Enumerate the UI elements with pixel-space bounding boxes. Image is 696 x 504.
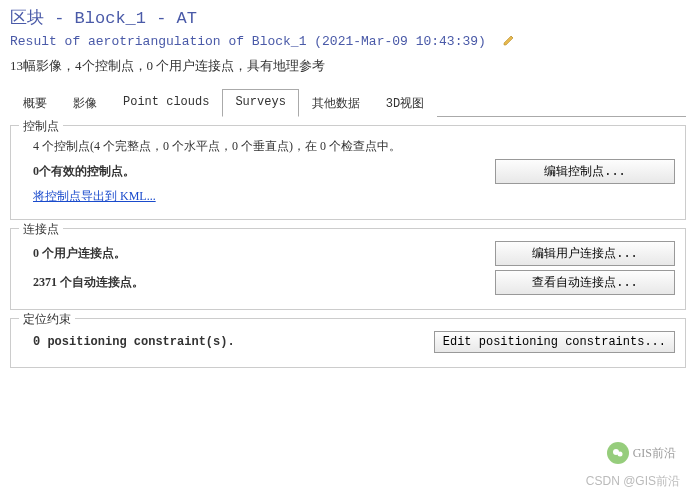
page-subtitle-row: Result of aerotriangulation of Block_1 (… <box>10 33 686 51</box>
control-points-desc: 4 个控制点(4 个完整点，0 个水平点，0 个垂直点)，在 0 个检查点中。 <box>21 138 401 155</box>
group-title-constraints: 定位约束 <box>19 311 75 328</box>
block-summary: 13幅影像，4个控制点，0 个用户连接点，具有地理参考 <box>10 57 686 75</box>
tab-other-data[interactable]: 其他数据 <box>299 89 373 117</box>
group-title-tie-points: 连接点 <box>19 221 63 238</box>
tab-overview[interactable]: 概要 <box>10 89 60 117</box>
tab-3d-view[interactable]: 3D视图 <box>373 89 437 117</box>
user-tie-points: 0 个用户连接点。 <box>21 245 126 262</box>
tab-surveys[interactable]: Surveys <box>222 89 298 117</box>
tabs-bar: 概要 影像 Point clouds Surveys 其他数据 3D视图 <box>10 89 686 117</box>
tab-images[interactable]: 影像 <box>60 89 110 117</box>
group-title-control-points: 控制点 <box>19 118 63 135</box>
constraints-count: 0 positioning constraint(s). <box>21 335 235 349</box>
page-subtitle: Result of aerotriangulation of Block_1 (… <box>10 34 486 49</box>
tab-point-clouds[interactable]: Point clouds <box>110 89 222 117</box>
control-points-valid: 0个有效的控制点。 <box>21 163 135 180</box>
group-tie-points: 连接点 0 个用户连接点。 编辑用户连接点... 2371 个自动连接点。 查看… <box>10 228 686 310</box>
edit-control-points-button[interactable]: 编辑控制点... <box>495 159 675 184</box>
group-constraints: 定位约束 0 positioning constraint(s). Edit p… <box>10 318 686 368</box>
pencil-icon[interactable] <box>502 33 516 51</box>
edit-constraints-button[interactable]: Edit positioning constraints... <box>434 331 675 353</box>
auto-tie-points: 2371 个自动连接点。 <box>21 274 144 291</box>
export-kml-link[interactable]: 将控制点导出到 KML... <box>21 188 156 205</box>
view-auto-tie-points-button[interactable]: 查看自动连接点... <box>495 270 675 295</box>
edit-user-tie-points-button[interactable]: 编辑用户连接点... <box>495 241 675 266</box>
group-control-points: 控制点 4 个控制点(4 个完整点，0 个水平点，0 个垂直点)，在 0 个检查… <box>10 125 686 220</box>
page-title: 区块 - Block_1 - AT <box>10 6 686 29</box>
